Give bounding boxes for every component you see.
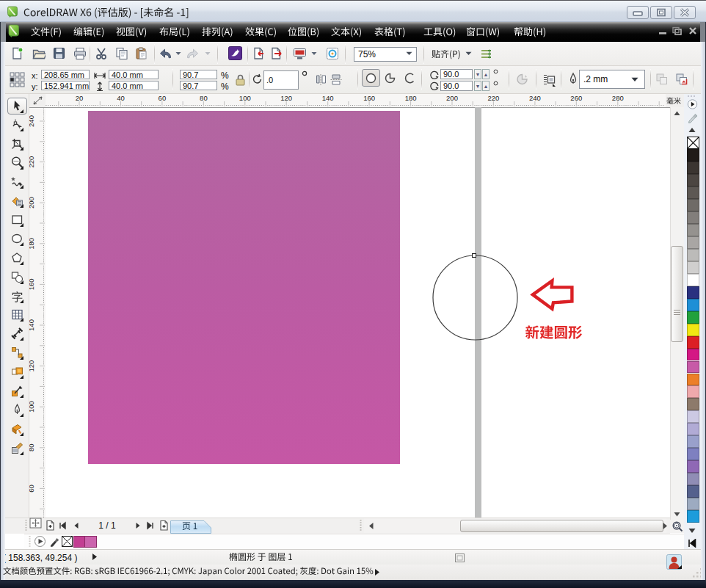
svg-text:160: 160 xyxy=(29,278,35,290)
svg-text:100: 100 xyxy=(239,94,251,102)
svg-text:200: 200 xyxy=(29,197,35,208)
svg-text:260: 260 xyxy=(570,94,582,102)
svg-text:100: 100 xyxy=(29,401,35,413)
svg-text:200: 200 xyxy=(446,94,458,102)
svg-text:80: 80 xyxy=(29,444,35,452)
svg-text:40: 40 xyxy=(117,94,125,102)
svg-text:140: 140 xyxy=(29,319,35,331)
svg-text:120: 120 xyxy=(29,360,35,372)
svg-text:80: 80 xyxy=(200,94,208,102)
svg-text:140: 140 xyxy=(322,94,334,102)
svg-text:60: 60 xyxy=(29,484,35,493)
svg-text:240: 240 xyxy=(29,115,35,127)
svg-text:220: 220 xyxy=(487,94,499,102)
svg-text:20: 20 xyxy=(76,94,84,102)
svg-text:220: 220 xyxy=(29,156,35,168)
svg-text:180: 180 xyxy=(29,238,35,250)
svg-text:60: 60 xyxy=(159,94,167,102)
svg-text:240: 240 xyxy=(529,94,541,102)
svg-text:180: 180 xyxy=(405,94,417,102)
svg-text:120: 120 xyxy=(280,94,292,102)
svg-text:160: 160 xyxy=(363,94,375,102)
svg-text:280: 280 xyxy=(612,94,624,102)
